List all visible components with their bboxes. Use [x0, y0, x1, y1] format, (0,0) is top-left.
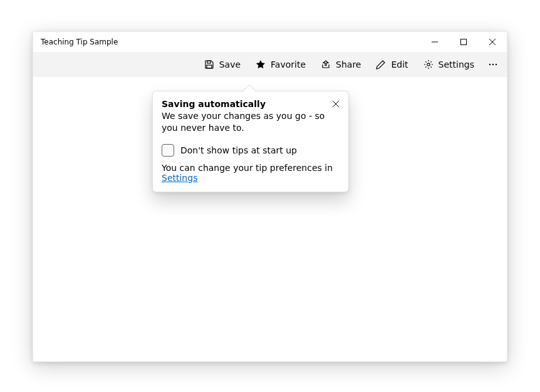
- close-icon: [333, 100, 339, 109]
- share-icon: [321, 59, 331, 70]
- svg-rect-4: [207, 61, 210, 63]
- svg-point-6: [427, 63, 429, 66]
- maximize-icon: [460, 38, 467, 47]
- close-icon: [489, 38, 496, 47]
- svg-point-7: [489, 64, 491, 65]
- window-controls: [420, 32, 507, 52]
- svg-rect-5: [207, 65, 212, 68]
- gear-icon: [423, 59, 434, 70]
- tip-footer-text: You can change your tip preferences in: [162, 163, 333, 173]
- maximize-button[interactable]: [449, 32, 478, 52]
- favorite-button[interactable]: Favorite: [248, 53, 313, 76]
- app-window: Teaching Tip Sample: [33, 31, 507, 362]
- window-title: Teaching Tip Sample: [41, 38, 420, 46]
- save-icon: [204, 59, 214, 70]
- tip-subtitle: We save your changes as you go - so you …: [162, 110, 340, 134]
- settings-label: Settings: [439, 59, 474, 70]
- svg-point-8: [492, 64, 494, 65]
- edit-icon: [376, 59, 386, 70]
- svg-point-9: [496, 64, 497, 65]
- tip-settings-link[interactable]: Settings: [162, 173, 197, 183]
- close-window-button[interactable]: [478, 32, 507, 52]
- more-button[interactable]: [482, 53, 504, 76]
- svg-rect-1: [461, 39, 467, 44]
- content-area: Saving automatically We save your change…: [33, 77, 507, 361]
- share-button[interactable]: Share: [313, 53, 368, 76]
- favorite-label: Favorite: [271, 59, 306, 70]
- minimize-button[interactable]: [420, 32, 449, 52]
- edit-button[interactable]: Edit: [368, 53, 415, 76]
- teaching-tip: Saving automatically We save your change…: [152, 91, 349, 192]
- share-label: Share: [336, 59, 361, 70]
- dont-show-checkbox[interactable]: [162, 144, 174, 157]
- minimize-icon: [432, 38, 438, 47]
- settings-button[interactable]: Settings: [416, 53, 482, 76]
- tip-arrow: [242, 85, 257, 99]
- star-icon: [256, 59, 266, 70]
- tip-close-button[interactable]: [327, 95, 345, 113]
- tip-checkbox-row: Don't show tips at start up: [162, 144, 340, 157]
- tip-footer: You can change your tip preferences in S…: [162, 163, 340, 183]
- command-bar: Save Favorite Share Edit Settings: [33, 52, 507, 77]
- edit-label: Edit: [391, 59, 408, 70]
- titlebar: Teaching Tip Sample: [33, 32, 507, 52]
- tip-title: Saving automatically: [162, 99, 340, 109]
- more-icon: [488, 59, 498, 70]
- save-button[interactable]: Save: [197, 53, 248, 76]
- save-label: Save: [219, 59, 241, 70]
- dont-show-label[interactable]: Don't show tips at start up: [180, 145, 297, 155]
